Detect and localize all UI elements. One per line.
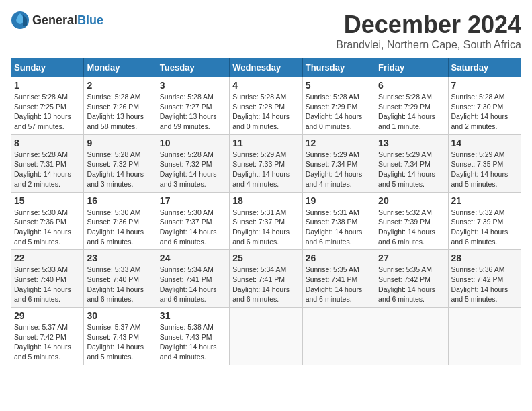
calendar-day-19: 19Sunrise: 5:31 AMSunset: 7:38 PMDayligh… [302,192,375,250]
logo-icon [11,11,30,30]
calendar-day-17: 17Sunrise: 5:30 AMSunset: 7:37 PMDayligh… [157,192,229,250]
calendar-day-21: 21Sunrise: 5:32 AMSunset: 7:39 PMDayligh… [448,192,521,250]
calendar-week-4: 22Sunrise: 5:33 AMSunset: 7:40 PMDayligh… [11,250,521,308]
calendar-day-26: 26Sunrise: 5:35 AMSunset: 7:41 PMDayligh… [302,250,375,308]
calendar-day-18: 18Sunrise: 5:31 AMSunset: 7:37 PMDayligh… [230,192,302,250]
calendar-day-28: 28Sunrise: 5:36 AMSunset: 7:42 PMDayligh… [448,250,521,308]
calendar-day-10: 10Sunrise: 5:28 AMSunset: 7:32 PMDayligh… [157,134,229,192]
calendar-day-16: 16Sunrise: 5:30 AMSunset: 7:36 PMDayligh… [84,192,157,250]
calendar-day-7: 7Sunrise: 5:28 AMSunset: 7:30 PMDaylight… [448,77,521,135]
calendar-day-3: 3Sunrise: 5:28 AMSunset: 7:27 PMDaylight… [157,77,229,135]
calendar-day-1: 1Sunrise: 5:28 AMSunset: 7:25 PMDaylight… [11,77,84,135]
calendar-day-4: 4Sunrise: 5:28 AMSunset: 7:28 PMDaylight… [230,77,302,135]
calendar-body: 1Sunrise: 5:28 AMSunset: 7:25 PMDaylight… [11,77,521,365]
calendar-header-row: SundayMondayTuesdayWednesdayThursdayFrid… [11,58,521,77]
calendar-day-24: 24Sunrise: 5:34 AMSunset: 7:41 PMDayligh… [157,250,229,308]
calendar-table: SundayMondayTuesdayWednesdayThursdayFrid… [11,58,521,365]
calendar-day-11: 11Sunrise: 5:29 AMSunset: 7:33 PMDayligh… [230,134,302,192]
calendar-day-25: 25Sunrise: 5:34 AMSunset: 7:41 PMDayligh… [230,250,302,308]
calendar-week-3: 15Sunrise: 5:30 AMSunset: 7:36 PMDayligh… [11,192,521,250]
calendar-day-22: 22Sunrise: 5:33 AMSunset: 7:40 PMDayligh… [11,250,84,308]
logo-text-blue: Blue [77,13,103,27]
calendar-day-empty [230,308,302,365]
header-cell-friday: Friday [375,58,448,77]
logo: GeneralBlue [11,11,103,30]
header-cell-thursday: Thursday [302,58,375,77]
calendar-day-31: 31Sunrise: 5:38 AMSunset: 7:43 PMDayligh… [157,308,229,365]
header-cell-saturday: Saturday [448,58,521,77]
calendar-day-empty [448,308,521,365]
calendar-day-30: 30Sunrise: 5:37 AMSunset: 7:43 PMDayligh… [84,308,157,365]
location-title: Brandvlei, Northern Cape, South Africa [336,39,521,51]
calendar-day-12: 12Sunrise: 5:29 AMSunset: 7:34 PMDayligh… [302,134,375,192]
calendar-day-23: 23Sunrise: 5:33 AMSunset: 7:40 PMDayligh… [84,250,157,308]
calendar-day-empty [302,308,375,365]
calendar-day-13: 13Sunrise: 5:29 AMSunset: 7:34 PMDayligh… [375,134,448,192]
calendar-day-6: 6Sunrise: 5:28 AMSunset: 7:29 PMDaylight… [375,77,448,135]
calendar-day-5: 5Sunrise: 5:28 AMSunset: 7:29 PMDaylight… [302,77,375,135]
calendar-day-empty [375,308,448,365]
title-area: December 2024 Brandvlei, Northern Cape, … [336,11,521,51]
calendar-day-27: 27Sunrise: 5:35 AMSunset: 7:42 PMDayligh… [375,250,448,308]
calendar-week-1: 1Sunrise: 5:28 AMSunset: 7:25 PMDaylight… [11,77,521,135]
calendar-day-8: 8Sunrise: 5:28 AMSunset: 7:31 PMDaylight… [11,134,84,192]
calendar-day-15: 15Sunrise: 5:30 AMSunset: 7:36 PMDayligh… [11,192,84,250]
calendar-day-2: 2Sunrise: 5:28 AMSunset: 7:26 PMDaylight… [84,77,157,135]
calendar-day-20: 20Sunrise: 5:32 AMSunset: 7:39 PMDayligh… [375,192,448,250]
calendar-week-5: 29Sunrise: 5:37 AMSunset: 7:42 PMDayligh… [11,308,521,365]
header-cell-monday: Monday [84,58,157,77]
calendar-day-29: 29Sunrise: 5:37 AMSunset: 7:42 PMDayligh… [11,308,84,365]
month-title: December 2024 [336,11,521,39]
calendar-week-2: 8Sunrise: 5:28 AMSunset: 7:31 PMDaylight… [11,134,521,192]
calendar-day-14: 14Sunrise: 5:29 AMSunset: 7:35 PMDayligh… [448,134,521,192]
logo-text-general: General [32,13,77,27]
header-cell-sunday: Sunday [11,58,84,77]
header-cell-tuesday: Tuesday [157,58,229,77]
calendar-day-9: 9Sunrise: 5:28 AMSunset: 7:32 PMDaylight… [84,134,157,192]
page-header: GeneralBlue December 2024 Brandvlei, Nor… [11,11,521,51]
header-cell-wednesday: Wednesday [230,58,302,77]
